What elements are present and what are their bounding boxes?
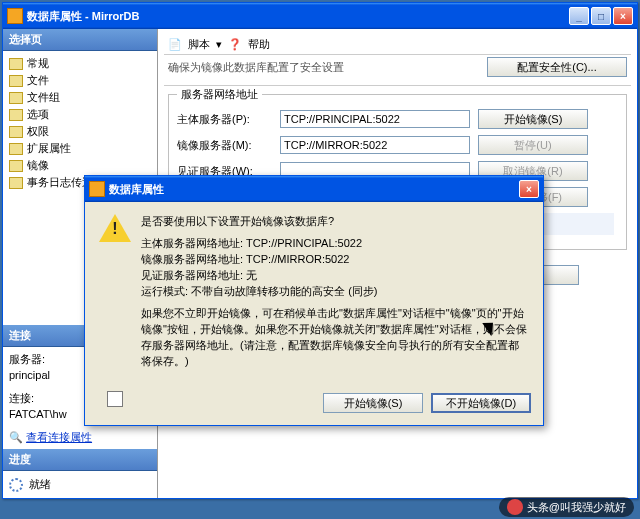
dialog-note: 如果您不立即开始镜像，可在稍候单击此"数据库属性"对话框中"镜像"页的"开始镜像… xyxy=(141,306,529,370)
dialog-start-button[interactable]: 开始镜像(S) xyxy=(323,393,423,413)
page-icon xyxy=(9,177,23,189)
warning-icon xyxy=(99,214,131,242)
dialog-line1: 主体服务器网络地址: TCP://PRINCIPAL:5022 xyxy=(141,236,529,252)
progress-header: 进度 xyxy=(3,449,157,471)
page-icon xyxy=(9,126,23,138)
close-button[interactable]: × xyxy=(613,7,633,25)
avatar-icon xyxy=(507,499,523,515)
page-icon xyxy=(9,58,23,70)
page-icon xyxy=(9,160,23,172)
sidebar-item-label: 文件 xyxy=(27,73,49,88)
copy-icon[interactable] xyxy=(107,391,123,407)
progress-status: 就绪 xyxy=(29,477,51,492)
watermark: 头条@叫我强少就好 xyxy=(499,497,634,517)
sidebar-item-mirror[interactable]: 镜像 xyxy=(7,157,153,174)
toolbar: 📄脚本 ▾ ❓帮助 xyxy=(164,35,631,55)
sidebar-item-extended[interactable]: 扩展属性 xyxy=(7,140,153,157)
sidebar-item-general[interactable]: 常规 xyxy=(7,55,153,72)
dialog-close-button[interactable]: × xyxy=(519,180,539,198)
network-legend: 服务器网络地址 xyxy=(177,87,262,102)
maximize-button[interactable]: □ xyxy=(591,7,611,25)
security-note: 确保为镜像此数据库配置了安全设置 xyxy=(168,60,344,75)
view-connection-link[interactable]: 查看连接属性 xyxy=(26,431,92,443)
principal-label: 主体服务器(P): xyxy=(177,112,272,127)
page-icon xyxy=(9,109,23,121)
script-icon: 📄 xyxy=(168,38,182,51)
help-icon: ❓ xyxy=(228,38,242,51)
sidebar-item-label: 选项 xyxy=(27,107,49,122)
mirror-input[interactable] xyxy=(280,136,470,154)
confirm-dialog: 数据库属性 × 是否要使用以下设置开始镜像该数据库? 主体服务器网络地址: TC… xyxy=(84,175,544,426)
sidebar-item-options[interactable]: 选项 xyxy=(7,106,153,123)
dialog-line2: 镜像服务器网络地址: TCP://MIRROR:5022 xyxy=(141,252,529,268)
dialog-title: 数据库属性 xyxy=(109,182,519,197)
sidebar-item-filegroups[interactable]: 文件组 xyxy=(7,89,153,106)
minimize-button[interactable]: _ xyxy=(569,7,589,25)
sidebar-item-files[interactable]: 文件 xyxy=(7,72,153,89)
mirror-label: 镜像服务器(M): xyxy=(177,138,272,153)
sidebar-item-label: 常规 xyxy=(27,56,49,71)
dialog-nostart-button[interactable]: 不开始镜像(D) xyxy=(431,393,531,413)
sidebar-item-permissions[interactable]: 权限 xyxy=(7,123,153,140)
titlebar[interactable]: 数据库属性 - MirrorDB _ □ × xyxy=(3,3,637,29)
dialog-titlebar[interactable]: 数据库属性 × xyxy=(85,176,543,202)
principal-input[interactable] xyxy=(280,110,470,128)
configure-security-button[interactable]: 配置安全性(C)... xyxy=(487,57,627,77)
script-button[interactable]: 脚本 xyxy=(188,37,210,52)
page-tree: 常规 文件 文件组 选项 权限 扩展属性 镜像 事务日志传送 xyxy=(3,51,157,195)
sidebar-item-label: 文件组 xyxy=(27,90,60,105)
dialog-question: 是否要使用以下设置开始镜像该数据库? xyxy=(141,214,529,230)
spinner-icon xyxy=(9,478,23,492)
dialog-icon xyxy=(89,181,105,197)
window-title: 数据库属性 - MirrorDB xyxy=(27,9,569,24)
start-mirror-button[interactable]: 开始镜像(S) xyxy=(478,109,588,129)
page-icon xyxy=(9,143,23,155)
sidebar-item-label: 镜像 xyxy=(27,158,49,173)
watermark-text: 头条@叫我强少就好 xyxy=(527,500,626,515)
help-button[interactable]: 帮助 xyxy=(248,37,270,52)
sidebar-item-label: 扩展属性 xyxy=(27,141,71,156)
select-page-header: 选择页 xyxy=(3,29,157,51)
pause-button: 暂停(U) xyxy=(478,135,588,155)
dialog-line4: 运行模式: 不带自动故障转移功能的高安全 (同步) xyxy=(141,284,529,300)
sidebar-item-label: 权限 xyxy=(27,124,49,139)
app-icon xyxy=(7,8,23,24)
dialog-text: 是否要使用以下设置开始镜像该数据库? 主体服务器网络地址: TCP://PRIN… xyxy=(141,214,529,375)
dialog-line3: 见证服务器网络地址: 无 xyxy=(141,268,529,284)
page-icon xyxy=(9,92,23,104)
page-icon xyxy=(9,75,23,87)
